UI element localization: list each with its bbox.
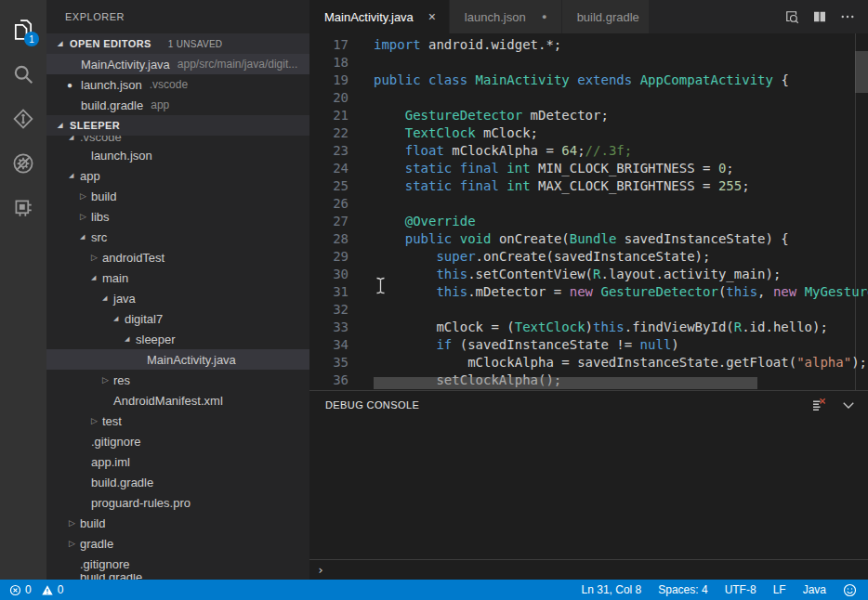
tab-mainactivity-java[interactable]: MainActivity.java× bbox=[309, 0, 450, 33]
twistie-open-icon: ◢ bbox=[91, 274, 102, 281]
line-text: mClockAlpha = savedInstanceState.getFloa… bbox=[374, 354, 868, 372]
tree-item-label: digital7 bbox=[125, 312, 163, 326]
code-line: 29 super.onCreate(savedInstanceState); bbox=[309, 248, 868, 266]
vertical-scrollbar[interactable] bbox=[855, 33, 868, 390]
main-area: 1 bbox=[0, 0, 868, 580]
horizontal-scrollbar-thumb[interactable] bbox=[374, 377, 757, 389]
close-icon[interactable]: × bbox=[425, 9, 440, 24]
tree-item-label: AndroidManifest.xml bbox=[113, 394, 223, 408]
code-line: 22 TextClock mClock; bbox=[309, 124, 868, 142]
split-editor-button[interactable] bbox=[810, 7, 829, 26]
open-editor-item[interactable]: MainActivity.javaapp/src/main/java/digit… bbox=[46, 54, 309, 74]
cursor-position[interactable]: Ln 31, Col 8 bbox=[582, 583, 642, 596]
code-line: 24 static final int MIN_CLOCK_BRIGHTNESS… bbox=[309, 160, 868, 177]
tree-item[interactable]: ◢java bbox=[46, 288, 309, 308]
tree-item[interactable]: ◢sleeper bbox=[46, 329, 309, 349]
debug-console-input[interactable]: › bbox=[309, 559, 868, 580]
tab-bar: MainActivity.java×launch.json●build.grad… bbox=[309, 0, 868, 33]
activity-explorer-button[interactable]: 1 bbox=[0, 7, 46, 52]
tree-item-label: proguard-rules.pro bbox=[91, 496, 191, 510]
tree-item[interactable]: MainActivity.java bbox=[46, 349, 309, 370]
feedback-smiley-button[interactable] bbox=[843, 583, 857, 597]
encoding-setting[interactable]: UTF-8 bbox=[725, 583, 756, 596]
tree-item-label: gradle bbox=[80, 537, 113, 551]
twistie-open-icon: ◢ bbox=[80, 233, 91, 241]
open-editor-item[interactable]: ●launch.json.vscode bbox=[46, 74, 309, 95]
activity-extensions-button[interactable] bbox=[0, 186, 46, 230]
tree-item[interactable]: ▷libs bbox=[46, 206, 309, 227]
tree-item[interactable]: .gitignore bbox=[46, 554, 309, 574]
tree-item[interactable]: ◢digital7 bbox=[46, 308, 309, 329]
language-mode[interactable]: Java bbox=[803, 583, 826, 596]
file-detail: app/src/main/java/digit... bbox=[178, 58, 297, 71]
error-count: 0 bbox=[25, 583, 32, 596]
collapse-panel-button[interactable] bbox=[840, 397, 857, 413]
tree-item[interactable]: ▷res bbox=[46, 370, 309, 390]
twistie-closed-icon: ▷ bbox=[69, 539, 80, 548]
status-bar-right: Ln 31, Col 8 Spaces: 4 UTF-8 LF Java bbox=[582, 583, 868, 597]
problems-indicator[interactable]: 0 0 bbox=[9, 583, 63, 596]
tree-item[interactable]: ▷gradle bbox=[46, 533, 309, 554]
open-editors-header[interactable]: ◢ OPEN EDITORS 1 UNSAVED bbox=[46, 33, 309, 54]
line-number: 19 bbox=[309, 72, 349, 89]
warning-count: 0 bbox=[58, 583, 64, 596]
tree-item[interactable]: ▷test bbox=[46, 411, 309, 431]
file-detail: .vscode bbox=[150, 78, 188, 91]
tree-item[interactable]: ▷build bbox=[46, 513, 309, 533]
tree-item[interactable]: .gitignore bbox=[46, 431, 309, 451]
tree-item[interactable]: app.iml bbox=[46, 451, 309, 472]
tree-item[interactable]: ▷build bbox=[46, 186, 309, 206]
folder-section-header[interactable]: ◢ SLEEPER bbox=[46, 115, 309, 136]
line-number: 29 bbox=[309, 248, 349, 266]
code-line: 35 mClockAlpha = savedInstanceState.getF… bbox=[309, 354, 868, 372]
tab-build-gradle[interactable]: build.gradle bbox=[562, 0, 650, 33]
line-text: static final int MAX_CLOCK_BRIGHTNESS = … bbox=[374, 177, 868, 195]
line-text: import android.widget.*; bbox=[374, 36, 868, 54]
folder-section-label: SLEEPER bbox=[70, 120, 120, 131]
tab-label: build.gradle bbox=[577, 10, 639, 24]
tree-item-label: test bbox=[102, 414, 122, 428]
line-number: 23 bbox=[309, 142, 349, 160]
eol-setting[interactable]: LF bbox=[773, 583, 786, 596]
twistie-open-icon: ◢ bbox=[125, 335, 136, 343]
line-text: this.setContentView(R.layout.activity_ma… bbox=[374, 266, 868, 283]
tree-item[interactable]: build.gradle bbox=[46, 472, 309, 492]
tree-item[interactable]: launch.json bbox=[46, 145, 309, 165]
vertical-scrollbar-thumb[interactable] bbox=[855, 51, 868, 93]
file-name: build.gradle bbox=[81, 98, 143, 112]
twistie-closed-icon: ▷ bbox=[91, 253, 102, 262]
twistie-closed-icon: ▷ bbox=[102, 375, 113, 385]
indentation-setting[interactable]: Spaces: 4 bbox=[658, 583, 707, 596]
tab-label: launch.json bbox=[465, 10, 526, 24]
tree-item-label: sleeper bbox=[136, 333, 176, 346]
tree-item-label: build.gradle bbox=[91, 476, 153, 489]
file-name: MainActivity.java bbox=[81, 58, 170, 72]
clear-console-button[interactable] bbox=[810, 397, 827, 413]
tree-item-label: res bbox=[113, 373, 130, 387]
tree-item[interactable]: ▷androidTest bbox=[46, 247, 309, 267]
code-editor[interactable]: 17import android.widget.*;1819public cla… bbox=[309, 33, 868, 390]
more-actions-button[interactable] bbox=[838, 7, 857, 26]
tree-item[interactable]: ◢main bbox=[46, 267, 309, 288]
tree-item[interactable]: ◢src bbox=[46, 227, 309, 247]
line-text: mClock = (TextClock)this.findViewById(R.… bbox=[374, 319, 868, 336]
code-line: 30 this.setContentView(R.layout.activity… bbox=[309, 266, 868, 283]
tab-launch-json[interactable]: launch.json● bbox=[450, 0, 562, 33]
line-text: @Override bbox=[374, 213, 868, 230]
code-line: 32 bbox=[309, 301, 868, 319]
status-bar-left: 0 0 bbox=[0, 583, 63, 596]
open-editor-item[interactable]: build.gradleapp bbox=[46, 95, 309, 115]
tree-item[interactable]: proguard-rules.pro bbox=[46, 492, 309, 513]
tree-item[interactable]: ◢.vscode bbox=[46, 136, 309, 145]
tree-item[interactable]: ◢app bbox=[46, 165, 309, 186]
panel-title-debug-console[interactable]: DEBUG CONSOLE bbox=[325, 399, 419, 411]
panel-header: DEBUG CONSOLE bbox=[309, 391, 868, 419]
activity-search-button[interactable] bbox=[0, 52, 46, 97]
twistie-open-icon: ◢ bbox=[58, 40, 67, 47]
open-editors-count-badge: 1 bbox=[24, 32, 39, 46]
open-preview-button[interactable] bbox=[783, 7, 801, 26]
tree-item-label: main bbox=[102, 271, 128, 285]
activity-source-control-button[interactable] bbox=[0, 97, 46, 141]
activity-debug-button[interactable] bbox=[0, 141, 46, 186]
tree-item[interactable]: AndroidManifest.xml bbox=[46, 390, 309, 411]
